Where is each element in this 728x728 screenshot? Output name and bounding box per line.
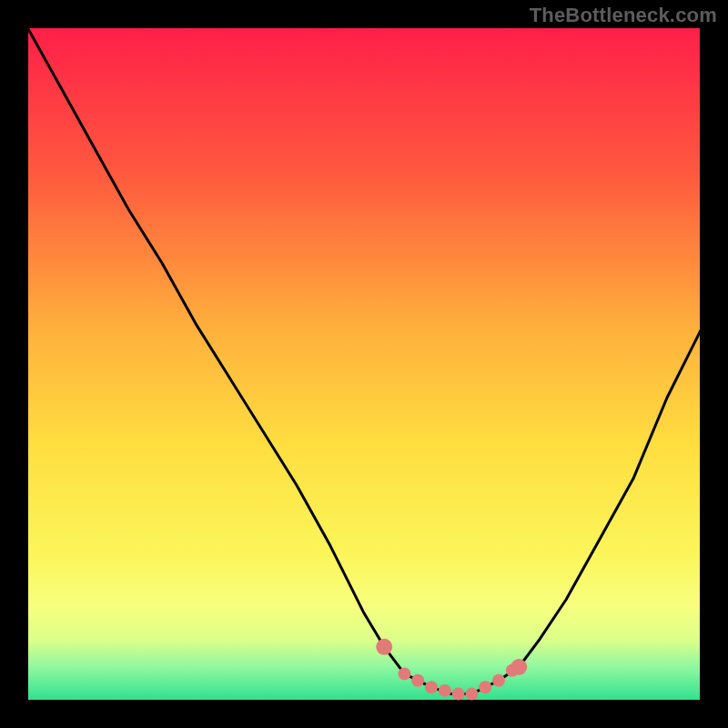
highlight-dot — [479, 681, 491, 693]
bottleneck-chart — [0, 0, 728, 728]
highlight-dot — [439, 684, 451, 697]
highlight-dot — [511, 659, 527, 675]
highlight-dot — [411, 674, 424, 687]
highlight-dot — [425, 681, 438, 693]
highlight-dot — [376, 639, 392, 655]
highlight-dot — [465, 688, 478, 701]
watermark-text: TheBottleneck.com — [530, 4, 717, 27]
highlight-dot — [398, 667, 410, 680]
highlight-dot — [492, 674, 505, 687]
chart-frame: TheBottleneck.com — [0, 0, 728, 728]
plot-background — [27, 27, 701, 701]
highlight-dot — [452, 688, 465, 701]
